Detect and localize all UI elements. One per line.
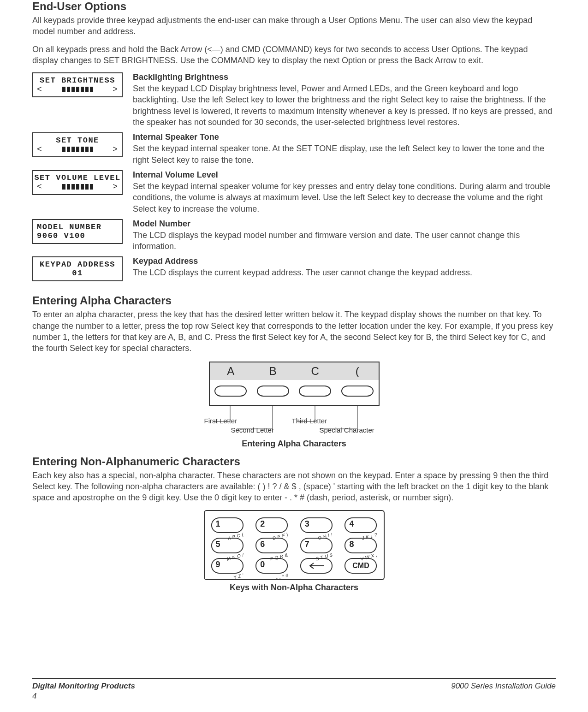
alpha-body: To enter an alpha character, press the k… bbox=[32, 309, 556, 354]
lcd-volume-bars: < > bbox=[37, 182, 118, 191]
nonalpha-caption: Keys with Non-Alpha Characters bbox=[32, 583, 556, 593]
key-9-digit: 9 bbox=[216, 560, 220, 570]
select-key-3 bbox=[299, 386, 331, 397]
key-0-digit: 0 bbox=[260, 560, 265, 570]
intro-paragraph-2: On all keypads press and hold the Back A… bbox=[32, 44, 556, 66]
key-2: 2 D E F ) bbox=[255, 517, 288, 533]
lcd-tone-line1: SET TONE bbox=[37, 136, 118, 145]
option-tone: SET TONE < > Internal Speaker Tone Set t… bbox=[32, 132, 556, 166]
footer-right: 9000 Series Installation Guide bbox=[451, 682, 556, 691]
option-model-text: Model Number The LCD displays the keypad… bbox=[133, 219, 556, 252]
keypad-row-1: 5 M N O / 6 P Q R & 7 S T U $ 8 V W X , bbox=[211, 538, 377, 553]
key-1: 1 A B C ( bbox=[211, 517, 244, 533]
key-7-digit: 7 bbox=[305, 540, 309, 549]
lcd-volume: SET VOLUME LEVEL < > bbox=[32, 170, 123, 195]
heading-nonalpha: Entering Non-Alphanumeric Characters bbox=[32, 455, 556, 468]
option-volume-text: Internal Volume Level Set the keypad int… bbox=[133, 170, 556, 214]
key-cmd-label: CMD bbox=[345, 559, 376, 573]
key-2-digit: 2 bbox=[260, 519, 265, 529]
select-key-1 bbox=[214, 386, 247, 397]
alpha-display-3: ( bbox=[336, 365, 379, 378]
back-arrow-icon bbox=[301, 559, 332, 573]
key-3-digit: 3 bbox=[305, 519, 309, 529]
lcd-arrow-right: > bbox=[113, 85, 118, 94]
option-model-desc: The LCD displays the keypad model number… bbox=[133, 230, 556, 252]
key-back-arrow bbox=[300, 558, 333, 574]
lcd-model-line2: 9060 V100 bbox=[37, 231, 118, 240]
keypad-figure: 1 A B C ( 2 D E F ) 3 G H I ! 4 J K L ? … bbox=[204, 510, 385, 580]
heading-end-user-options: End-User Options bbox=[32, 0, 556, 13]
key-3: 3 G H I ! bbox=[300, 517, 333, 533]
key-8: 8 V W X , bbox=[344, 538, 377, 553]
lcd-address-line2: 01 bbox=[37, 269, 118, 278]
alpha-characters-figure: A B C ( First Letter Second Letter bbox=[209, 362, 380, 436]
intro-paragraph-1: All keypads provide three keypad adjustm… bbox=[32, 15, 556, 37]
alpha-display-2: C bbox=[294, 365, 337, 378]
footer-left: Digital Monitoring Products bbox=[32, 682, 135, 691]
select-key-2 bbox=[257, 386, 289, 397]
lcd-volume-line1: SET VOLUME LEVEL bbox=[37, 173, 118, 182]
lcd-tone-bars: < > bbox=[37, 145, 118, 154]
key-9: 9 Y Z ' bbox=[211, 558, 244, 574]
key-4-digit: 4 bbox=[349, 519, 354, 529]
option-tone-text: Internal Speaker Tone Set the keypad int… bbox=[133, 132, 556, 166]
keypad-row-0: 1 A B C ( 2 D E F ) 3 G H I ! 4 J K L ? bbox=[211, 517, 377, 533]
alpha-display-0: A bbox=[210, 365, 252, 378]
option-brightness-text: Backlighting Brightness Set the keypad L… bbox=[133, 72, 556, 128]
alpha-select-keys bbox=[209, 380, 380, 406]
label-special: Special Character bbox=[320, 426, 374, 434]
page-footer: Digital Monitoring Products 9000 Series … bbox=[32, 678, 556, 701]
lcd-model: MODEL NUMBER 9060 V100 bbox=[32, 219, 123, 244]
option-brightness-desc: Set the keypad LCD Display brightness le… bbox=[133, 83, 556, 128]
label-second: Second Letter bbox=[231, 426, 274, 434]
key-cmd: CMD bbox=[344, 558, 377, 574]
key-4: 4 J K L ? bbox=[344, 517, 377, 533]
key-7: 7 S T U $ bbox=[300, 538, 333, 553]
alpha-label-callouts: First Letter Second Letter Third Letter … bbox=[209, 406, 380, 436]
lcd-address-line1: KEYPAD ADDRESS bbox=[37, 260, 118, 269]
alpha-lcd-display: A B C ( bbox=[209, 362, 380, 380]
document-page: End-User Options All keypads provide thr… bbox=[0, 0, 588, 712]
lcd-brightness: SET BRIGHTNESS < > bbox=[32, 72, 123, 97]
lcd-arrow-left: < bbox=[37, 85, 42, 94]
lcd-arrow-left: < bbox=[37, 145, 42, 154]
alpha-display-1: B bbox=[252, 365, 294, 378]
option-address-desc: The LCD displays the current keypad addr… bbox=[133, 267, 556, 278]
key-5: 5 M N O / bbox=[211, 538, 244, 553]
footer-page-number: 4 bbox=[32, 692, 556, 701]
key-5-digit: 5 bbox=[216, 540, 220, 549]
lcd-brightness-bars: < > bbox=[37, 85, 118, 94]
option-address-title: Keypad Address bbox=[133, 256, 556, 266]
option-model-title: Model Number bbox=[133, 219, 556, 229]
nonalpha-body: Each key also has a special, non-alpha c… bbox=[32, 470, 556, 504]
option-tone-desc: Set the keypad internal speaker tone. At… bbox=[133, 143, 556, 166]
label-third: Third Letter bbox=[292, 417, 327, 425]
option-tone-title: Internal Speaker Tone bbox=[133, 132, 556, 142]
option-volume-desc: Set the keypad internal speaker volume f… bbox=[133, 181, 556, 214]
key-9-sub: Y Z ' bbox=[233, 572, 244, 580]
option-address-text: Keypad Address The LCD displays the curr… bbox=[133, 256, 556, 278]
lcd-address: KEYPAD ADDRESS 01 bbox=[32, 256, 123, 281]
lcd-bar-icons bbox=[62, 87, 93, 92]
key-0-sub: - . * # bbox=[275, 572, 289, 581]
lcd-model-line1: MODEL NUMBER bbox=[37, 223, 118, 231]
footer-row: Digital Monitoring Products 9000 Series … bbox=[32, 682, 556, 691]
lcd-arrow-left: < bbox=[37, 182, 42, 191]
lcd-arrow-right: > bbox=[113, 145, 118, 154]
key-0: 0 - . * # bbox=[255, 558, 288, 574]
select-key-4 bbox=[341, 386, 374, 397]
option-model: MODEL NUMBER 9060 V100 Model Number The … bbox=[32, 219, 556, 252]
key-6-digit: 6 bbox=[260, 540, 265, 549]
key-6: 6 P Q R & bbox=[255, 538, 288, 553]
lcd-brightness-line1: SET BRIGHTNESS bbox=[37, 76, 118, 85]
key-1-digit: 1 bbox=[216, 519, 220, 529]
option-brightness-title: Backlighting Brightness bbox=[133, 72, 556, 82]
keypad-row-2: 9 Y Z ' 0 - . * # CMD bbox=[211, 558, 377, 574]
label-first: First Letter bbox=[204, 417, 238, 425]
key-8-digit: 8 bbox=[349, 540, 354, 549]
lcd-bar-icons bbox=[62, 184, 93, 190]
footer-rule bbox=[32, 678, 556, 679]
lcd-tone: SET TONE < > bbox=[32, 132, 123, 157]
alpha-caption: Entering Alpha Characters bbox=[32, 439, 556, 449]
heading-alpha: Entering Alpha Characters bbox=[32, 294, 556, 307]
